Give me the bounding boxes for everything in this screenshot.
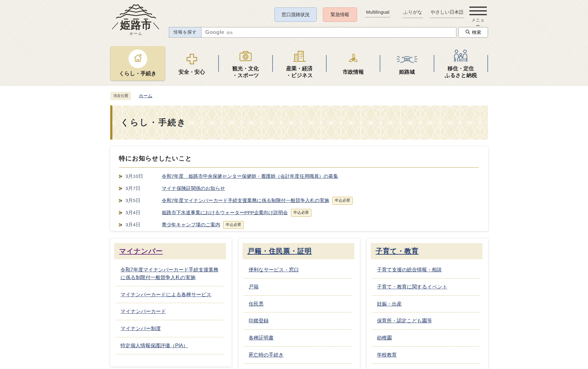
application-required-badge: 申込必要 [332, 197, 353, 205]
logo-slash-right: ＼ [152, 21, 161, 29]
medical-cross-icon [185, 51, 199, 66]
nav-divider [487, 55, 488, 72]
home-icon [132, 53, 143, 65]
news-item: 3月7日 マイナ保険証関係のお知らせ [119, 182, 479, 195]
castle-icon [396, 51, 418, 66]
hamburger-menu-button[interactable]: メニュー [469, 7, 487, 29]
easy-japanese-link[interactable]: やさしい日本語 [430, 9, 464, 18]
logo-slash-left: ／ [111, 21, 120, 29]
search-button[interactable]: 検索 [458, 27, 488, 38]
buildings-icon [292, 48, 306, 62]
congestion-status-button[interactable]: 窓口混雑状況 [274, 7, 317, 22]
category-link-list: 便利なサービス・窓口 戸籍 住民票 印鑑登録 各種証明書 死亡時の手続き [244, 261, 351, 364]
search-caption: 情報を探す [169, 27, 201, 38]
nav-item-iju-furusato[interactable]: 移住・定住 ふるさと納税 [434, 48, 487, 79]
category-link[interactable]: 令和7年度マイナンバーカード手続支援業務に係る制限付一般競争入札の実施 [120, 267, 219, 280]
congestion-status-label: 窓口混雑状況 [282, 12, 310, 18]
category-link[interactable]: 便利なサービス・窓口 [249, 267, 299, 272]
nav-item-anzen-anshin[interactable]: 安全・安心 [165, 51, 218, 76]
nav-label-line2: ・ビジネス [286, 72, 313, 79]
category-link[interactable]: 保育所・認定こども園等 [377, 318, 432, 323]
news-item: 3月4日 青少年キャンプ場のご案内 申込必要 [119, 219, 479, 231]
news-panel: 特にお知らせしたいこと 3月10日 令和7年度 姫路市中央保健センター保健師・看… [110, 146, 488, 231]
category-card-koseki: 戸籍・住民票・証明 便利なサービス・窓口 戸籍 住民票 印鑑登録 各種証明書 死… [238, 238, 360, 369]
category-link[interactable]: 死亡時の手続き [249, 352, 284, 357]
city-emblem-icon [346, 51, 360, 66]
category-link-list: 令和7年度マイナンバーカード手続支援業務に係る制限付一般競争入札の実施 マイナン… [116, 261, 223, 354]
breadcrumb-home-link[interactable]: ホーム [139, 93, 152, 99]
search-input[interactable]: Google 提供 [201, 27, 456, 38]
nav-item-kurashi-tetsuzuki[interactable]: くらし・手続き [110, 46, 165, 81]
news-date: 3月10日 [125, 173, 162, 180]
search-button-label: 検索 [472, 30, 481, 35]
category-card-header: 戸籍・住民票・証明 [242, 243, 354, 259]
nav-item-sangyo-keizai-business[interactable]: 産業・経済 ・ビジネス [273, 48, 326, 79]
nav-item-shisei-joho[interactable]: 市政情報 [327, 51, 380, 76]
news-link[interactable]: 令和7年度 姫路市中央保健センター保健師・看護師（会計年度任用職員）の募集 [162, 173, 338, 180]
news-link[interactable]: マイナ保険証関係のお知らせ [162, 185, 225, 192]
news-link[interactable]: 青少年キャンプ場のご案内 [162, 222, 220, 228]
search-icon [465, 29, 470, 35]
nav-item-kanko-bunka-sports[interactable]: 観光・文化 ・スポーツ [219, 48, 272, 79]
category-card-kosodate: 子育て・教育 子育て支援の総合情報・相談 子育て・教育に関するイベント 妊娠・出… [367, 238, 488, 369]
camera-icon [238, 48, 253, 62]
news-heading: 特にお知らせしたいこと [119, 154, 479, 163]
arrow-bullet-icon [119, 223, 122, 227]
google-provider-note: 提供 [227, 31, 233, 35]
category-card-header: マイナンバー [114, 243, 226, 259]
hamburger-icon [469, 7, 487, 15]
category-title-link[interactable]: マイナンバー [119, 247, 163, 256]
category-link[interactable]: マイナンバーカードによる各種サービス [120, 292, 211, 297]
news-date: 3月4日 [125, 210, 162, 216]
castle-lineart-icon [108, 2, 164, 21]
category-link[interactable]: 印鑑登録 [249, 318, 269, 323]
category-link[interactable]: 各種証明書 [249, 335, 274, 340]
category-link[interactable]: 特定個人情報保護評価（PIA） [120, 343, 188, 348]
category-link[interactable]: 妊娠・出産 [377, 301, 402, 307]
city-logo[interactable]: ／ 姫路市 ＼ ホーム [108, 2, 164, 36]
category-card-mynumber: マイナンバー 令和7年度マイナンバーカード手続支援業務に係る制限付一般競争入札の… [110, 238, 232, 367]
logo-home-label: ホーム [108, 31, 164, 36]
nav-label: 移住・定住 [445, 65, 477, 72]
arrow-bullet-icon [119, 211, 122, 214]
family-icon [453, 48, 469, 62]
furigana-link[interactable]: ふりがな [402, 9, 423, 18]
nav-label-line2: ・スポーツ [232, 72, 259, 79]
category-link[interactable]: 子育て支援の総合情報・相談 [377, 267, 442, 272]
arrow-bullet-icon [119, 187, 122, 190]
news-item: 3月5日 令和7年度マイナンバーカード手続支援業務に係る制限付一般競争入札の実施… [119, 195, 479, 207]
arrow-bullet-icon [119, 199, 122, 202]
arrow-bullet-icon [119, 175, 122, 178]
category-link-list: 子育て支援の総合情報・相談 子育て・教育に関するイベント 妊娠・出産 保育所・認… [372, 261, 479, 364]
news-date: 3月4日 [125, 222, 162, 228]
news-date: 3月5日 [125, 197, 162, 204]
nav-item-himeji-castle[interactable]: 姫路城 [380, 51, 433, 76]
category-link[interactable]: 子育て・教育に関するイベント [377, 284, 447, 289]
category-card-header: 子育て・教育 [371, 243, 482, 259]
category-link[interactable]: マイナンバーカード [120, 309, 166, 314]
nav-label-line2: ふるさと納税 [445, 72, 477, 79]
category-link[interactable]: 戸籍 [249, 284, 259, 289]
news-link[interactable]: 令和7年度マイナンバーカード手続支援業務に係る制限付一般競争入札の実施 [162, 197, 329, 204]
category-title-link[interactable]: 戸籍・住民票・証明 [247, 247, 312, 256]
category-link[interactable]: マイナンバー制度 [120, 326, 161, 331]
emergency-info-button[interactable]: 緊急情報 [323, 7, 357, 22]
category-link[interactable]: 住民票 [249, 301, 264, 307]
category-title-link[interactable]: 子育て・教育 [376, 247, 419, 256]
news-item: 3月10日 令和7年度 姫路市中央保健センター保健師・看護師（会計年度任用職員）… [119, 170, 479, 182]
category-link[interactable]: 学校教育 [377, 352, 397, 357]
page-title: くらし・手続き [120, 117, 187, 128]
page-title-banner: くらし・手続き [110, 105, 488, 140]
application-required-badge: 申込必要 [291, 209, 311, 217]
google-provider-logo: Google [205, 29, 224, 35]
multilingual-link[interactable]: Multilingual [365, 9, 390, 17]
news-item: 3月4日 姫路市下水道事業におけるウォーターPPP企業向け説明会 申込必要 [119, 207, 479, 219]
nav-label: 産業・経済 [286, 65, 313, 72]
nav-label: くらし・手続き [119, 70, 156, 77]
category-link[interactable]: 幼稚園 [377, 335, 392, 340]
nav-label: 安全・安心 [179, 69, 205, 75]
news-link[interactable]: 姫路市下水道事業におけるウォーターPPP企業向け説明会 [162, 210, 288, 216]
global-nav: くらし・手続き 安全・安心 観光・文化 ・スポーツ [110, 46, 488, 81]
news-heading-rule [119, 167, 479, 168]
nav-label: 姫路城 [399, 69, 415, 75]
